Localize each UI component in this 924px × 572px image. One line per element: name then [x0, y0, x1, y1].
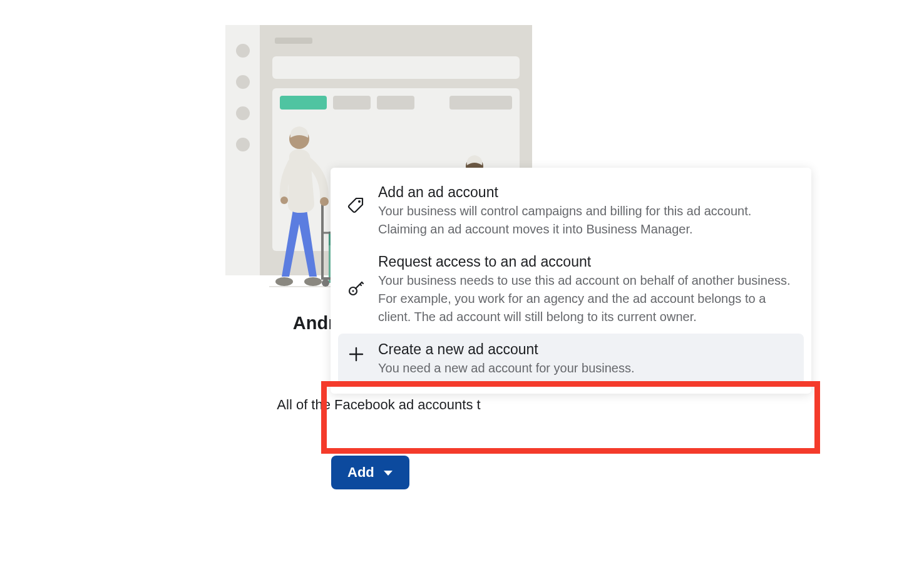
menu-item-description: Your business will control campaigns and… [378, 202, 795, 238]
svg-point-18 [358, 200, 361, 203]
sidebar-dot-icon [236, 75, 250, 89]
svg-point-6 [275, 277, 293, 286]
menu-item-title: Request access to an ad account [378, 253, 795, 270]
key-icon [347, 278, 366, 297]
sidebar-dot-icon [236, 106, 250, 120]
svg-point-8 [320, 197, 329, 206]
menu-item-create-new-ad-account[interactable]: Create a new ad account You need a new a… [338, 334, 804, 385]
svg-point-7 [304, 277, 322, 286]
page-description: All of the Facebook ad accounts t [85, 397, 673, 413]
svg-point-9 [280, 197, 288, 204]
add-button-label: Add [347, 464, 374, 481]
add-button[interactable]: Add [331, 456, 409, 489]
sidebar-dot-icon [236, 138, 250, 151]
menu-item-title: Create a new ad account [378, 341, 795, 358]
menu-item-description: You need a new ad account for your busin… [378, 359, 795, 377]
svg-point-4 [322, 279, 329, 287]
menu-item-description: Your business needs to use this ad accou… [378, 272, 795, 326]
plus-icon [347, 346, 366, 362]
svg-point-20 [352, 290, 354, 292]
add-dropdown-menu: Add an ad account Your business will con… [331, 168, 811, 394]
menu-item-title: Add an ad account [378, 184, 795, 201]
menu-item-request-access[interactable]: Request access to an ad account Your bus… [338, 246, 804, 334]
sidebar-dot-icon [236, 44, 250, 58]
menu-item-add-ad-account[interactable]: Add an ad account Your business will con… [338, 176, 804, 246]
chevron-down-icon [383, 464, 393, 481]
tag-icon [347, 197, 366, 214]
illustration-sidebar [225, 25, 260, 275]
